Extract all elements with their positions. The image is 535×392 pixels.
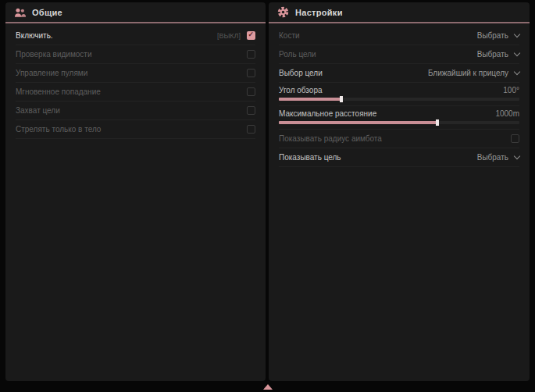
show-aimbot-radius-label: Показывать радиус аимбота: [279, 134, 382, 143]
max-distance-value: 1000m: [495, 109, 519, 118]
max-distance-slider-fill: [279, 121, 437, 124]
row-bullet-control: Управление пулями: [16, 64, 255, 83]
target-selection-dropdown[interactable]: Ближайший к прицелу: [428, 69, 519, 77]
body-only-checkbox[interactable]: [247, 125, 255, 134]
target-lock-label: Захват цели: [16, 106, 60, 115]
target-selection-dropdown-value: Ближайший к прицелу: [428, 69, 508, 77]
general-panel-body: Включить. [ВЫКЛ] Проверка видимости Упра…: [5, 23, 266, 139]
row-body-only: Стрелять только в тело: [16, 120, 255, 139]
bullet-control-label: Управление пулями: [16, 69, 87, 77]
row-show-aimbot-radius: Показывать радиус аимбота: [279, 130, 519, 148]
target-selection-label: Выбор цели: [279, 69, 323, 77]
max-distance-label: Максимальное расстояние: [279, 109, 376, 118]
settings-panel-body: Кости Выбрать Роль цели Выбрать Выбор це…: [269, 23, 530, 167]
instant-hit-label: Мгновенное попадание: [16, 87, 101, 96]
scroll-up-icon[interactable]: [263, 384, 273, 390]
target-role-label: Роль цели: [279, 50, 316, 59]
gear-icon: [277, 6, 289, 18]
enable-label: Включить.: [16, 31, 53, 40]
settings-panel-header: Настройки: [269, 2, 530, 23]
row-target-lock: Захват цели: [16, 102, 255, 120]
settings-panel-title: Настройки: [295, 8, 343, 17]
visibility-check-checkbox[interactable]: [247, 50, 255, 59]
fov-value: 100°: [503, 86, 519, 94]
general-panel: Общие Включить. [ВЫКЛ] Проверка видимост…: [5, 2, 266, 381]
row-target-role: Роль цели Выбрать: [279, 45, 519, 64]
chevron-down-icon: [514, 68, 520, 74]
row-fov: Угол обзора 100°: [279, 83, 519, 106]
chevron-down-icon: [514, 152, 520, 159]
bullet-control-checkbox[interactable]: [247, 69, 255, 77]
show-target-dropdown-value: Выбрать: [477, 153, 508, 162]
fov-slider-fill: [279, 98, 341, 101]
visibility-check-label: Проверка видимости: [16, 50, 92, 59]
users-icon: [14, 7, 26, 18]
target-role-dropdown[interactable]: Выбрать: [477, 50, 519, 59]
show-target-label: Показывать цель: [279, 153, 341, 162]
body-only-label: Стрелять только в тело: [16, 125, 101, 134]
enable-keybind-badge: [ВЫКЛ]: [217, 32, 241, 40]
fov-slider[interactable]: [279, 98, 519, 101]
general-panel-header: Общие: [5, 2, 266, 23]
row-show-target: Показывать цель Выбрать: [279, 148, 519, 167]
settings-panel: Настройки Кости Выбрать Роль цели Выбрат…: [269, 2, 530, 381]
row-target-selection: Выбор цели Ближайший к прицелу: [279, 64, 519, 83]
target-lock-checkbox[interactable]: [247, 106, 255, 115]
chevron-down-icon: [514, 30, 520, 37]
row-enable: Включить. [ВЫКЛ]: [16, 27, 255, 45]
row-max-distance: Максимальное расстояние 1000m: [279, 106, 519, 130]
bones-label: Кости: [279, 31, 300, 40]
row-instant-hit: Мгновенное попадание: [16, 83, 255, 102]
row-bones: Кости Выбрать: [279, 27, 519, 45]
chevron-down-icon: [514, 49, 520, 55]
show-aimbot-radius-checkbox[interactable]: [511, 134, 519, 143]
bones-dropdown-value: Выбрать: [477, 31, 508, 40]
enable-checkbox[interactable]: [247, 31, 255, 40]
instant-hit-checkbox[interactable]: [247, 87, 255, 96]
bones-dropdown[interactable]: Выбрать: [477, 31, 519, 40]
show-target-dropdown[interactable]: Выбрать: [477, 153, 519, 162]
row-visibility-check: Проверка видимости: [16, 45, 255, 64]
fov-slider-handle[interactable]: [340, 96, 343, 102]
max-distance-slider-handle[interactable]: [436, 119, 439, 126]
target-role-dropdown-value: Выбрать: [477, 50, 508, 59]
fov-label: Угол обзора: [279, 86, 323, 94]
max-distance-slider[interactable]: [279, 121, 519, 124]
general-panel-title: Общие: [32, 8, 62, 17]
